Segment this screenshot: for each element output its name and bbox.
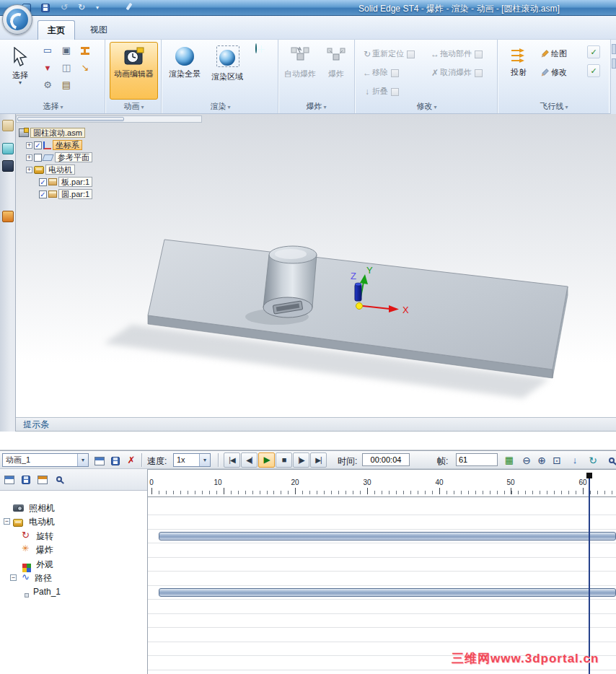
speed-select-arrow-icon[interactable]: ▾ bbox=[199, 454, 210, 466]
flightline-draw-button[interactable]: 绘图 bbox=[540, 47, 567, 60]
go-to-end-button[interactable]: ▶| bbox=[310, 452, 327, 468]
select-filter-button[interactable]: ▼ bbox=[39, 60, 56, 76]
tab-home[interactable]: 主页 bbox=[38, 20, 75, 40]
frame-field[interactable] bbox=[456, 453, 498, 466]
group-animation-flyout-icon[interactable]: ▾ bbox=[141, 104, 144, 110]
select-settings-button[interactable]: ⚙ bbox=[39, 77, 56, 93]
step-forward-button[interactable]: |▶ bbox=[293, 452, 309, 468]
collapse-icon[interactable]: − bbox=[10, 574, 17, 581]
animation-select[interactable]: 动画_1 ▾ bbox=[2, 453, 89, 467]
drag-part-button[interactable]: ↔拖动部件 bbox=[430, 47, 483, 60]
select-component-button[interactable] bbox=[76, 43, 94, 58]
sensors-tab-icon[interactable] bbox=[2, 160, 14, 172]
ribbon-overflow-button-2[interactable] bbox=[612, 58, 616, 69]
playhead-marker[interactable] bbox=[586, 473, 592, 478]
redo-button[interactable]: ↻ bbox=[75, 2, 88, 14]
save-event-button[interactable] bbox=[19, 472, 33, 486]
checkbox-checked[interactable]: ✓ bbox=[39, 178, 47, 186]
pin-button[interactable] bbox=[123, 2, 136, 14]
application-button[interactable] bbox=[2, 4, 32, 35]
library-tab-icon[interactable] bbox=[2, 211, 14, 222]
group-explode-flyout-icon[interactable]: ▾ bbox=[323, 104, 326, 110]
undo-button[interactable]: ↺ bbox=[58, 2, 71, 14]
pathfinder-root-row[interactable]: 圆柱滚动.asm bbox=[19, 127, 85, 138]
explode-button[interactable]: 爆炸 bbox=[320, 42, 352, 100]
duration-bar-path1[interactable] bbox=[159, 588, 616, 597]
flightline-accept-button[interactable]: ✓ bbox=[587, 45, 600, 58]
zoom-out-button[interactable]: ⊖ bbox=[519, 453, 534, 468]
event-properties-button[interactable] bbox=[35, 472, 50, 486]
quick-access-dropdown[interactable]: ▾ bbox=[91, 2, 104, 14]
checkbox-checked[interactable]: ✓ bbox=[39, 191, 47, 198]
render-area-button[interactable]: 渲染区域 bbox=[206, 42, 248, 100]
expand-icon[interactable]: + bbox=[26, 167, 32, 173]
delete-animation-button[interactable]: ✗ bbox=[124, 453, 138, 468]
unexplode-button[interactable]: ✗取消爆炸 bbox=[430, 66, 483, 79]
flightline-accept2-button[interactable]: ✓ bbox=[587, 64, 600, 77]
timeline-row-appearance[interactable]: 外观 bbox=[0, 557, 147, 571]
step-back-button[interactable]: ◀| bbox=[241, 452, 258, 468]
pathfinder-tab-icon[interactable] bbox=[2, 120, 14, 131]
timeline-row-path1[interactable]: Path_1 bbox=[0, 585, 147, 599]
select-marquee-button[interactable]: ▭ bbox=[39, 43, 56, 58]
ribbon-overflow-button[interactable] bbox=[612, 44, 616, 54]
render-full-scene-button[interactable]: 渲染全景 bbox=[164, 42, 205, 100]
project-flightlines-button[interactable]: 投射 bbox=[502, 42, 535, 100]
group-flightlines-flyout-icon[interactable]: ▾ bbox=[565, 104, 568, 110]
save-button[interactable] bbox=[39, 2, 52, 14]
timeline-row-explode[interactable]: ✳ 爆炸 bbox=[0, 543, 147, 556]
animation-select-arrow-icon[interactable]: ▾ bbox=[77, 454, 88, 466]
select-options-button[interactable]: ▣ bbox=[58, 43, 75, 58]
export-table-button[interactable]: ▦ bbox=[502, 453, 516, 468]
select-list-button[interactable]: ▤ bbox=[58, 77, 75, 93]
checkbox-checked[interactable]: ✓ bbox=[34, 141, 42, 149]
duration-bar-rotation[interactable] bbox=[159, 532, 616, 540]
export-video-button[interactable]: ↓ bbox=[568, 453, 582, 468]
event-wizard-button[interactable] bbox=[52, 472, 66, 486]
minimize-editor-button[interactable] bbox=[2, 472, 17, 486]
expand-icon[interactable]: + bbox=[26, 142, 32, 149]
pathfinder-row-motor[interactable]: +电动机 bbox=[26, 164, 75, 175]
play-button[interactable]: ▶ bbox=[258, 452, 275, 468]
playhead-line[interactable] bbox=[589, 478, 590, 674]
group-modify-flyout-icon[interactable]: ▾ bbox=[434, 104, 436, 110]
group-render-flyout-icon[interactable]: ▾ bbox=[227, 104, 230, 110]
pathfinder-row-coordsys[interactable]: +✓坐标系 bbox=[26, 139, 82, 150]
checkbox-unchecked[interactable] bbox=[34, 154, 42, 162]
auto-explode-button[interactable]: 自动爆炸 bbox=[281, 42, 319, 100]
expand-icon[interactable]: + bbox=[26, 154, 32, 161]
timeline-row-rotation[interactable]: ↻ 旋转 bbox=[0, 529, 147, 543]
hscrollbar-thumb[interactable] bbox=[17, 117, 124, 121]
pathfinder-hscrollbar[interactable] bbox=[16, 115, 202, 123]
environment-button[interactable] bbox=[255, 44, 257, 53]
time-field[interactable] bbox=[362, 453, 410, 466]
refresh-button[interactable]: ↻ bbox=[586, 453, 600, 468]
animation-editor-button[interactable]: 动画编辑器 bbox=[110, 42, 158, 100]
flightline-modify-button[interactable]: 修改 bbox=[540, 66, 567, 79]
collapse-button[interactable]: ↓折叠 bbox=[362, 84, 399, 97]
layers-tab-icon[interactable] bbox=[2, 143, 14, 154]
zoom-in-button[interactable]: ⊕ bbox=[534, 453, 549, 468]
reposition-button[interactable]: ↻重新定位 bbox=[362, 47, 415, 60]
select-frame-button[interactable]: ◫ bbox=[58, 60, 75, 76]
more-tools-button[interactable] bbox=[604, 453, 616, 468]
select-tool-button[interactable]: 选择 ▾ bbox=[4, 42, 37, 100]
zoom-area-button[interactable]: ⊡ bbox=[550, 453, 564, 468]
timeline-row-motor[interactable]: − 电动机 bbox=[0, 515, 147, 528]
pathfinder-row-refplanes[interactable]: +参考平面 bbox=[26, 152, 92, 162]
go-to-start-button[interactable]: |◀ bbox=[224, 452, 240, 468]
collapse-icon[interactable]: − bbox=[4, 518, 10, 525]
pathfinder-row-plate[interactable]: ✓板.par:1 bbox=[39, 176, 92, 187]
timeline-row-camera[interactable]: 照相机 bbox=[0, 501, 147, 515]
group-select-flyout-icon[interactable]: ▾ bbox=[60, 104, 63, 110]
select-move-button[interactable]: ↘ bbox=[76, 60, 94, 76]
animation-properties-button[interactable] bbox=[92, 453, 107, 468]
viewport-3d[interactable]: X Y Z 圆柱滚动.asm +✓坐标系 +参考平面 bbox=[16, 114, 616, 417]
save-animation-button[interactable] bbox=[108, 453, 123, 468]
stop-button[interactable]: ■ bbox=[276, 452, 292, 468]
timeline-chart-area[interactable]: 0 10 20 30 40 50 60 bbox=[148, 469, 616, 674]
pathfinder-row-cylinder[interactable]: ✓圆.par:1 bbox=[39, 188, 92, 199]
remove-button[interactable]: ←移除 bbox=[362, 66, 399, 79]
timeline-row-path[interactable]: − ∿ 路径 bbox=[0, 571, 147, 585]
tab-view[interactable]: 视图 bbox=[81, 20, 117, 40]
